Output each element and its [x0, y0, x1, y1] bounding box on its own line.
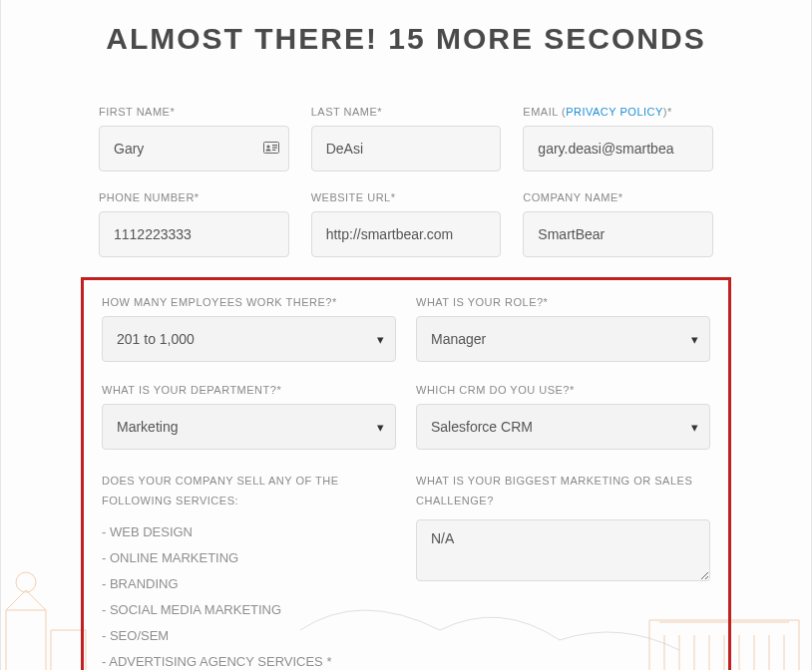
- role-label: WHAT IS YOUR ROLE?*: [416, 296, 710, 308]
- company-label: COMPANY NAME*: [523, 191, 713, 203]
- svg-point-5: [16, 572, 36, 592]
- services-field: DOES YOUR COMPANY SELL ANY OF THE FOLLOW…: [102, 472, 396, 670]
- first-name-field: FIRST NAME*: [99, 106, 289, 171]
- challenge-textarea[interactable]: [416, 519, 710, 581]
- service-line: - SEO/SEM: [102, 623, 396, 649]
- services-label: DOES YOUR COMPANY SELL ANY OF THE FOLLOW…: [102, 472, 396, 511]
- department-field: WHAT IS YOUR DEPARTMENT?* Marketing: [102, 384, 396, 450]
- service-line: - WEB DESIGN: [102, 519, 396, 545]
- privacy-policy-link[interactable]: PRIVACY POLICY: [566, 106, 663, 118]
- page-title: ALMOST THERE! 15 MORE SECONDS: [1, 22, 811, 56]
- employees-select[interactable]: 201 to 1,000: [102, 316, 396, 362]
- services-list: - WEB DESIGN - ONLINE MARKETING - BRANDI…: [102, 519, 396, 670]
- svg-rect-4: [272, 150, 276, 151]
- svg-rect-2: [272, 145, 277, 146]
- contact-card-icon: [263, 141, 279, 157]
- service-line: - BRANDING: [102, 571, 396, 597]
- website-input[interactable]: [311, 211, 502, 257]
- highlighted-section: HOW MANY EMPLOYEES WORK THERE?* 201 to 1…: [81, 277, 731, 670]
- phone-field: PHONE NUMBER*: [99, 191, 289, 257]
- service-line: - ONLINE MARKETING: [102, 545, 396, 571]
- crm-select[interactable]: Salesforce CRM: [416, 404, 710, 450]
- employees-label: HOW MANY EMPLOYEES WORK THERE?*: [102, 296, 396, 308]
- role-select[interactable]: Manager: [416, 316, 710, 362]
- department-select[interactable]: Marketing: [102, 404, 396, 450]
- service-line: - SOCIAL MEDIA MARKETING: [102, 597, 396, 623]
- email-input[interactable]: [523, 126, 713, 171]
- phone-label: PHONE NUMBER*: [99, 191, 289, 203]
- challenge-field: WHAT IS YOUR BIGGEST MARKETING OR SALES …: [416, 472, 710, 670]
- last-name-input[interactable]: [311, 126, 502, 171]
- company-field: COMPANY NAME*: [523, 191, 713, 257]
- first-name-input[interactable]: [99, 126, 289, 171]
- challenge-label: WHAT IS YOUR BIGGEST MARKETING OR SALES …: [416, 472, 710, 511]
- last-name-field: LAST NAME*: [311, 106, 502, 171]
- department-label: WHAT IS YOUR DEPARTMENT?*: [102, 384, 396, 396]
- employees-field: HOW MANY EMPLOYEES WORK THERE?* 201 to 1…: [102, 296, 396, 362]
- email-label: EMAIL (PRIVACY POLICY)*: [523, 106, 713, 118]
- website-label: WEBSITE URL*: [311, 191, 502, 203]
- svg-point-1: [266, 145, 269, 148]
- role-field: WHAT IS YOUR ROLE?* Manager: [416, 296, 710, 362]
- first-name-label: FIRST NAME*: [99, 106, 289, 118]
- top-fields: FIRST NAME* LAST NAME* EMAIL (PRIVACY PO…: [1, 106, 811, 257]
- service-line: - ADVERTISING AGENCY SERVICES *: [102, 649, 396, 670]
- email-field: EMAIL (PRIVACY POLICY)*: [523, 106, 713, 171]
- crm-label: WHICH CRM DO YOU USE?*: [416, 384, 710, 396]
- crm-field: WHICH CRM DO YOU USE?* Salesforce CRM: [416, 384, 710, 450]
- svg-rect-3: [272, 147, 277, 148]
- website-field: WEBSITE URL*: [311, 191, 502, 257]
- phone-input[interactable]: [99, 211, 289, 257]
- last-name-label: LAST NAME*: [311, 106, 502, 118]
- company-input[interactable]: [523, 211, 713, 257]
